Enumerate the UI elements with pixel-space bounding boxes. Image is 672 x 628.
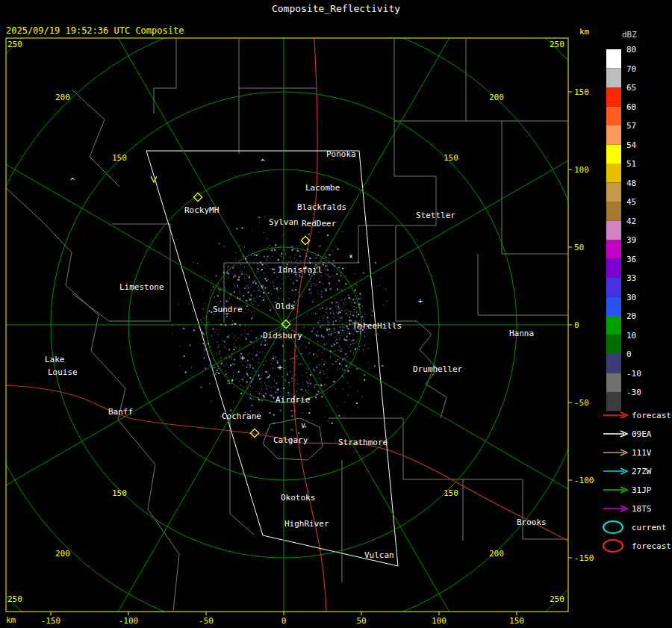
range-label: 250 (550, 40, 564, 49)
scale-value: 0 (626, 349, 632, 359)
scale-swatch (606, 125, 621, 145)
bottom-axis-unit-label: km (6, 615, 16, 625)
station-marker: + (240, 354, 245, 362)
scale-swatch (606, 316, 621, 335)
scale-swatch (606, 373, 621, 393)
bottom-axis-label: 0 (281, 616, 287, 626)
scale-swatch (606, 183, 621, 202)
scale-value: 65 (626, 83, 636, 93)
station-marker: ^ (261, 158, 265, 167)
city-label: Sylvan (269, 217, 299, 227)
city-label: Olds (276, 302, 296, 311)
city-label: HighRiver (284, 519, 329, 529)
scale-value: 39 (626, 235, 636, 245)
scale-swatch (606, 87, 621, 107)
legend-arrow-label: 31JP (632, 485, 652, 495)
range-label: 150 (112, 153, 127, 163)
scale-value: 20 (626, 311, 636, 321)
city-label: Airdrie (276, 395, 310, 405)
city-label: Limestone (119, 282, 164, 292)
city-label: Blackfalds (297, 202, 346, 212)
city-label: Strathmore (338, 438, 388, 447)
scale-value: 70 (626, 64, 636, 74)
scale-value: 57 (626, 121, 636, 131)
scale-swatch (606, 392, 621, 411)
scale-swatch (606, 259, 621, 279)
right-axis-unit-label: km (579, 27, 590, 37)
scale-value: 30 (626, 293, 636, 302)
right-axis-label: -100 (574, 476, 594, 485)
range-label: 200 (489, 549, 504, 559)
city-label: Cochrane (222, 411, 261, 421)
city-label: ThreeHills (352, 321, 402, 331)
city-label: Okotoks (281, 493, 315, 503)
city-label: Calgary (273, 435, 308, 445)
scale-value: 48 (626, 178, 636, 188)
station-marker: + (278, 364, 282, 372)
bottom-axis-label: 150 (509, 616, 524, 626)
scale-value: 45 (626, 197, 636, 207)
bottom-axis-label: 50 (356, 616, 366, 626)
right-axis-label: 50 (574, 243, 584, 252)
window-title: Composite_Reflectivity (272, 3, 400, 14)
legend-arrow-label: 111V (632, 448, 652, 458)
city-label: Louise (48, 367, 78, 377)
scale-value: 54 (626, 140, 637, 150)
scale-swatch (606, 240, 621, 259)
city-label: Lake (45, 355, 65, 364)
legend-unit-label: dBZ (622, 30, 637, 40)
scale-value: 80 (626, 45, 636, 55)
right-axis-label: 150 (574, 87, 589, 97)
city-label: RockyMH (184, 205, 219, 215)
range-label: 150 (112, 488, 127, 498)
scale-swatch (606, 202, 621, 221)
legend-arrow-label: 27ZW (632, 467, 652, 476)
city-label: Ponoka (326, 149, 356, 159)
city-label: Brooks (517, 517, 547, 527)
window-background (0, 0, 672, 628)
range-label: 250 (7, 40, 22, 49)
legend-arrow-label: forecast (632, 411, 671, 420)
scale-value: 36 (626, 255, 636, 264)
radar-app-window: Composite_Reflectivity 2025/09/19 19:52:… (0, 0, 672, 628)
range-label: 150 (444, 153, 458, 163)
city-label: Stettler (416, 211, 455, 220)
bottom-axis-label: -150 (41, 616, 61, 626)
range-label: 150 (444, 488, 458, 498)
city-label: Sundre (213, 305, 243, 314)
range-label: 200 (55, 549, 70, 559)
scale-value: 60 (626, 102, 636, 112)
range-label: 200 (55, 93, 70, 102)
scale-swatch (606, 69, 621, 88)
station-marker: ^ (70, 177, 75, 185)
city-label: Lacombe (305, 183, 340, 193)
range-label: 250 (7, 594, 22, 604)
scale-swatch (606, 221, 621, 240)
city-label: Drumheller (413, 364, 463, 374)
scale-value: 51 (626, 159, 636, 169)
city-label: Banff (108, 407, 133, 417)
scale-value: -30 (626, 388, 641, 397)
city-label: RedDeer (302, 219, 337, 228)
legend-ellipse-label: current (632, 523, 666, 532)
right-axis-label: -50 (574, 398, 589, 408)
legend-arrow-label: 18TS (632, 504, 652, 514)
station-marker: + (418, 297, 423, 305)
station-marker: * (349, 254, 353, 262)
scale-swatch (606, 164, 621, 183)
city-label: Vulcan (364, 550, 394, 560)
scale-value: -10 (626, 369, 641, 379)
legend-arrow-label: 09EA (632, 429, 652, 439)
scale-swatch (606, 335, 621, 355)
scale-value: 33 (626, 273, 636, 283)
city-label: Innisfail (278, 265, 323, 275)
scale-swatch (606, 278, 621, 297)
scale-value: 10 (626, 331, 636, 341)
scale-value: 42 (626, 217, 636, 226)
station-marker: v (301, 421, 305, 429)
city-label: Hanna (509, 329, 534, 338)
scale-swatch (606, 107, 621, 126)
scale-swatch (606, 49, 621, 69)
city-label: Didsbury (263, 331, 302, 341)
bottom-axis-label: 100 (432, 616, 447, 626)
